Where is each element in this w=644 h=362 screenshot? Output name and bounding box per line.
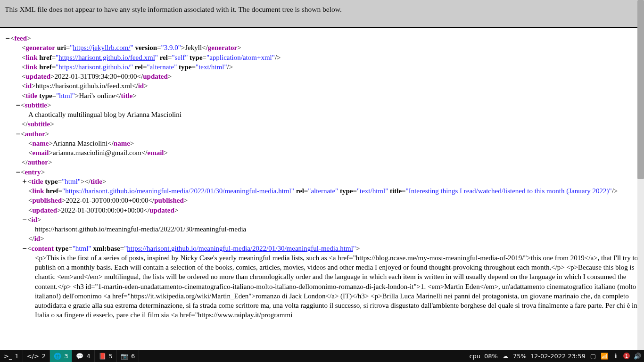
system-tray: cpu 08% ☁ 75% 12-02-2022 23:59 ▢ 📶 ℹ 1 🔊: [466, 350, 644, 362]
workspace-2[interactable]: </>2: [23, 350, 50, 362]
node-updated: <updated>2022-01-31T09:34:30+00:00</upda…: [5, 72, 639, 81]
screen-icon[interactable]: ▢: [589, 352, 597, 360]
node-title: <title type="html">Hari's online</title>: [5, 91, 639, 100]
node-id: <id>https://harisont.github.io/feed.xml<…: [5, 81, 639, 90]
id-text: https://harisont.github.io/feed.xml: [35, 82, 132, 90]
link-self-href[interactable]: https://harisont.github.io/feed.xml: [58, 54, 155, 61]
entry-id-text: https://harisont.github.io/meaningful-me…: [5, 224, 639, 234]
code-icon: </>: [27, 353, 39, 360]
author-name: Arianna Masciolini: [53, 140, 107, 147]
info-icon[interactable]: ℹ: [612, 352, 619, 360]
entry-link-rel: alternate: [311, 187, 335, 195]
xml-tree: −<feed> <generator uri="https://jekyllrb…: [0, 28, 644, 320]
book-icon: 📕: [99, 353, 106, 360]
node-entry-link: <link href="https://harisont.github.io/m…: [5, 186, 639, 196]
xml-style-warning-banner: This XML file does not appear to have an…: [0, 0, 644, 28]
banner-text: This XML file does not appear to have an…: [5, 5, 342, 13]
node-entry-title: +<title type="html"></title>: [5, 177, 639, 186]
workspace-num: 3: [64, 353, 68, 360]
workspace-5[interactable]: 📕5: [95, 350, 117, 362]
node-author-close: </author>: [5, 157, 639, 167]
title-type: html: [59, 92, 72, 99]
datetime: 12-02-2022 23:59: [530, 353, 586, 360]
cloud-value: 75%: [513, 353, 527, 360]
generator-version: 3.9.0: [164, 44, 178, 51]
link-alt-href[interactable]: https://harisont.github.io/: [58, 63, 130, 71]
link-type2: text/html: [198, 63, 224, 71]
entry-updated: 2022-01-30T00:00:00+00:00: [61, 206, 143, 214]
collapse-toggle[interactable]: −: [22, 244, 27, 253]
node-author-email: <email>arianna.masciolini@gmail.com</ema…: [5, 148, 639, 157]
volume-icon[interactable]: 🔊: [634, 352, 641, 360]
collapse-toggle[interactable]: −: [5, 33, 10, 43]
entry-link-title: Interesting things I read/watched/listen…: [409, 187, 609, 195]
node-link-alternate: <link href="https://harisont.github.io/"…: [5, 62, 639, 72]
scrollbar-thumb[interactable]: [637, 0, 644, 179]
title-text: Hari's online: [79, 92, 115, 99]
notification-badge[interactable]: 1: [623, 353, 630, 359]
vertical-scrollbar[interactable]: [637, 0, 644, 350]
workspace-num: 1: [15, 353, 18, 360]
wifi-icon[interactable]: 📶: [601, 352, 608, 360]
generator-text: Jekyll: [185, 44, 202, 51]
entry-title-type: html: [65, 178, 78, 185]
workspace-num: 6: [131, 353, 135, 360]
updated-text: 2022-01-31T09:34:30+00:00: [54, 73, 137, 80]
entry-link-href[interactable]: https://harisont.github.io/meaningful-me…: [65, 187, 291, 195]
node-author-name: <name>Arianna Masciolini</name>: [5, 139, 639, 148]
content-xmlbase[interactable]: https://harisont.github.io/meaningful-me…: [127, 245, 353, 252]
terminal-icon: >_: [4, 353, 12, 360]
content-type: html: [75, 245, 89, 252]
workspace-3[interactable]: 🌐3: [50, 350, 72, 362]
node-feed: −<feed>: [5, 33, 639, 43]
collapse-toggle[interactable]: −: [15, 100, 21, 110]
globe-icon: 🌐: [54, 353, 61, 360]
node-generator: <generator uri="https://jekyllrb.com/" v…: [5, 43, 639, 52]
subtitle-text: A chaotically multilingual blog by Arian…: [5, 110, 639, 119]
camera-icon: 📷: [121, 353, 128, 360]
workspace-6[interactable]: 📷6: [117, 350, 139, 362]
workspace-1[interactable]: >_1: [0, 350, 23, 362]
generator-uri-link[interactable]: https://jekyllrb.com/: [73, 44, 130, 51]
author-email: arianna.masciolini@gmail.com: [53, 149, 141, 156]
node-entry-open: −<entry>: [5, 167, 639, 177]
link-type: application/atom+xml: [209, 54, 272, 61]
workspace-num: 4: [86, 353, 90, 360]
chat-icon: 💬: [76, 353, 83, 360]
entry-published: 2022-01-30T00:00:00+00:00: [66, 197, 148, 204]
node-author-open: −<author>: [5, 129, 639, 139]
expand-toggle[interactable]: +: [22, 177, 27, 186]
collapse-toggle[interactable]: −: [15, 167, 21, 177]
collapse-toggle[interactable]: −: [15, 129, 21, 139]
link-rel: self: [175, 54, 185, 61]
node-link-self: <link href="https://harisont.github.io/f…: [5, 53, 639, 62]
entry-link-type: text/html: [360, 187, 385, 195]
cpu-label: cpu: [469, 353, 480, 360]
node-subtitle-open: −<subtitle>: [5, 100, 639, 110]
workspace-num: 2: [42, 353, 46, 360]
node-entry-id-open: −<id>: [5, 215, 639, 224]
cloud-icon: ☁: [502, 352, 509, 360]
entry-content-text: <p>This is the first of a series of post…: [5, 253, 639, 320]
taskbar: >_1 </>2 🌐3 💬4 📕5 📷6 cpu 08% ☁ 75% 12-02…: [0, 350, 644, 362]
node-entry-published: <published>2022-01-30T00:00:00+00:00</pu…: [5, 196, 639, 205]
cpu-value: 08%: [484, 353, 498, 360]
workspace-num: 5: [109, 353, 113, 360]
node-entry-id-close: </id>: [5, 234, 639, 243]
node-entry-updated: <updated>2022-01-30T00:00:00+00:00</upda…: [5, 206, 639, 215]
node-entry-content-open: −<content type="html" xml:base="https://…: [5, 244, 639, 253]
node-subtitle-close: </subtitle>: [5, 119, 639, 129]
collapse-toggle[interactable]: −: [22, 215, 27, 224]
workspace-4[interactable]: 💬4: [72, 350, 94, 362]
link-rel2: alternate: [150, 63, 174, 71]
